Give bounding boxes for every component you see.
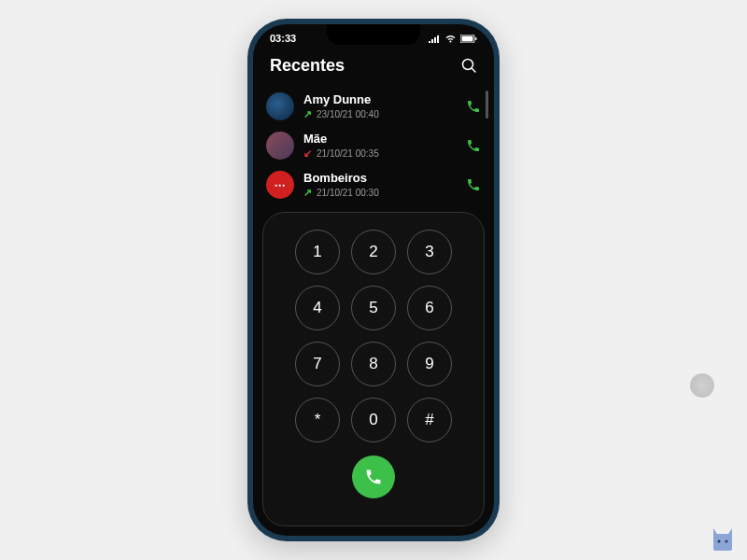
mascot-icon bbox=[710, 525, 736, 553]
screen: 03:33 Recentes Amy Dunne ↗ 23/10/21 00:4… bbox=[253, 24, 494, 536]
outgoing-arrow-icon: ↗ bbox=[303, 187, 312, 199]
svg-point-6 bbox=[726, 540, 728, 543]
search-icon[interactable] bbox=[461, 58, 477, 74]
header: Recentes bbox=[253, 49, 494, 87]
dial-key-2[interactable]: 2 bbox=[351, 230, 396, 274]
call-timestamp: 21/10/21 00:35 bbox=[317, 148, 379, 159]
svg-line-4 bbox=[472, 68, 475, 72]
svg-rect-2 bbox=[475, 37, 477, 40]
dial-key-hash[interactable]: # bbox=[407, 398, 452, 442]
wifi-icon bbox=[444, 35, 457, 43]
call-info: Mãe ↙ 21/10/21 00:35 bbox=[303, 132, 457, 160]
call-info: Bombeiros ↗ 21/10/21 00:30 bbox=[303, 171, 457, 199]
call-timestamp: 23/10/21 00:40 bbox=[317, 109, 379, 119]
dial-key-7[interactable]: 7 bbox=[295, 342, 340, 386]
fingerprint-indicator bbox=[690, 373, 714, 398]
dial-grid: 1 2 3 4 5 6 7 8 9 * 0 # bbox=[295, 230, 452, 442]
notch bbox=[327, 24, 420, 45]
call-info: Amy Dunne ↗ 23/10/21 00:40 bbox=[303, 92, 457, 120]
dial-key-9[interactable]: 9 bbox=[407, 342, 452, 386]
call-button[interactable] bbox=[352, 455, 395, 498]
missed-arrow-icon: ↙ bbox=[303, 147, 312, 160]
signal-icon bbox=[429, 35, 441, 43]
phone-frame: 03:33 Recentes Amy Dunne ↗ 23/10/21 00:4… bbox=[247, 19, 500, 541]
phone-icon[interactable] bbox=[466, 177, 481, 192]
avatar bbox=[266, 92, 294, 120]
dial-key-4[interactable]: 4 bbox=[295, 286, 340, 330]
dial-key-0[interactable]: 0 bbox=[351, 398, 396, 442]
call-row[interactable]: Amy Dunne ↗ 23/10/21 00:40 bbox=[266, 87, 481, 126]
status-time: 03:33 bbox=[270, 33, 296, 44]
call-row[interactable]: Mãe ↙ 21/10/21 00:35 bbox=[266, 126, 481, 165]
battery-icon bbox=[460, 35, 477, 43]
avatar bbox=[266, 171, 294, 199]
recent-calls-list: Amy Dunne ↗ 23/10/21 00:40 Mãe ↙ 21/10/2… bbox=[253, 87, 494, 204]
dial-key-8[interactable]: 8 bbox=[351, 342, 396, 386]
call-timestamp: 21/10/21 00:30 bbox=[317, 188, 379, 198]
avatar bbox=[266, 132, 294, 160]
status-icons bbox=[429, 35, 477, 43]
svg-point-5 bbox=[718, 540, 721, 543]
dial-key-star[interactable]: * bbox=[295, 398, 340, 442]
page-title: Recentes bbox=[270, 56, 345, 76]
phone-icon[interactable] bbox=[466, 99, 481, 114]
phone-icon bbox=[364, 468, 383, 486]
dial-key-5[interactable]: 5 bbox=[351, 286, 396, 330]
dial-key-6[interactable]: 6 bbox=[407, 286, 452, 330]
scrollbar[interactable] bbox=[486, 91, 488, 119]
outgoing-arrow-icon: ↗ bbox=[303, 108, 312, 120]
call-name: Amy Dunne bbox=[303, 92, 457, 106]
call-name: Bombeiros bbox=[303, 171, 457, 185]
phone-icon[interactable] bbox=[466, 138, 481, 153]
dialpad: 1 2 3 4 5 6 7 8 9 * 0 # bbox=[262, 212, 485, 526]
call-row[interactable]: Bombeiros ↗ 21/10/21 00:30 bbox=[266, 165, 481, 204]
dial-key-1[interactable]: 1 bbox=[295, 230, 340, 274]
dial-key-3[interactable]: 3 bbox=[407, 230, 452, 274]
call-name: Mãe bbox=[303, 132, 457, 146]
svg-rect-1 bbox=[462, 35, 473, 41]
